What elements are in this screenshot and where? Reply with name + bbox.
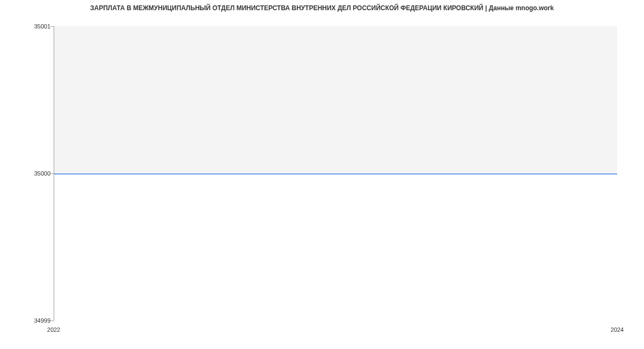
data-line	[54, 173, 617, 174]
y-tick-label: 34999	[24, 317, 50, 324]
y-tick	[50, 321, 54, 321]
plot-background-lower	[54, 173, 617, 321]
y-tick-label: 35001	[24, 23, 50, 30]
x-tick-label: 2022	[47, 326, 60, 333]
chart-title: ЗАРПЛАТА В МЕЖМУНИЦИПАЛЬНЫЙ ОТДЕЛ МИНИСТ…	[90, 4, 554, 12]
x-tick-label: 2024	[611, 326, 624, 333]
y-axis	[54, 26, 54, 321]
y-tick	[50, 26, 54, 27]
y-tick	[50, 173, 54, 174]
y-tick-label: 35000	[24, 170, 50, 177]
plot-container	[54, 26, 617, 321]
plot-area	[54, 26, 617, 321]
